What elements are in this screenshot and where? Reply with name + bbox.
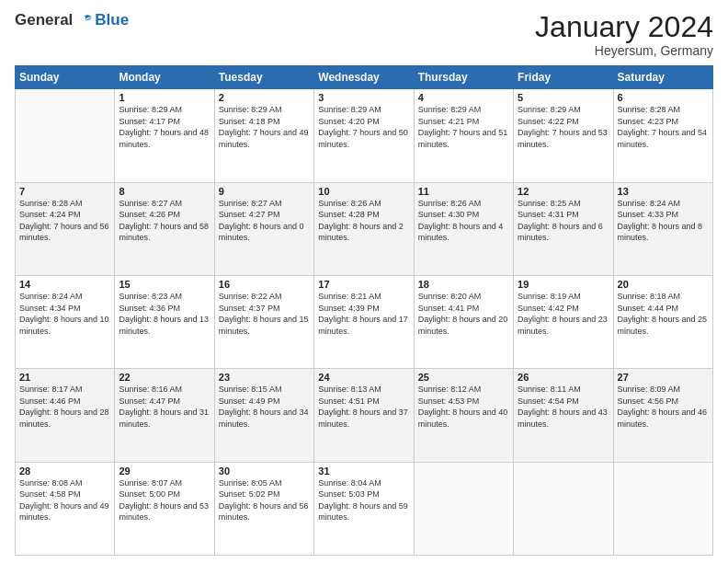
header: General Blue January 2024 Heyersum, Germ… (15, 11, 713, 58)
table-row: 2Sunrise: 8:29 AMSunset: 4:18 PMDaylight… (214, 89, 313, 182)
calendar-week-row: 1Sunrise: 8:29 AMSunset: 4:17 PMDaylight… (16, 89, 713, 182)
table-row: 6Sunrise: 8:28 AMSunset: 4:23 PMDaylight… (613, 89, 712, 182)
table-row: 7Sunrise: 8:28 AMSunset: 4:24 PMDaylight… (16, 182, 115, 275)
day-number: 31 (318, 465, 409, 477)
table-row: 8Sunrise: 8:27 AMSunset: 4:26 PMDaylight… (115, 182, 214, 275)
table-row (414, 462, 513, 555)
logo: General Blue (15, 11, 129, 29)
day-info: Sunrise: 8:27 AMSunset: 4:26 PMDaylight:… (119, 199, 209, 243)
day-info: Sunrise: 8:18 AMSunset: 4:44 PMDaylight:… (618, 292, 708, 336)
day-number: 27 (618, 372, 709, 383)
day-info: Sunrise: 8:27 AMSunset: 4:27 PMDaylight:… (219, 199, 304, 243)
day-info: Sunrise: 8:28 AMSunset: 4:24 PMDaylight:… (19, 199, 109, 243)
table-row (514, 462, 613, 555)
day-number: 13 (618, 186, 709, 197)
table-row: 15Sunrise: 8:23 AMSunset: 4:36 PMDayligh… (115, 275, 214, 368)
table-row: 21Sunrise: 8:17 AMSunset: 4:46 PMDayligh… (16, 369, 115, 462)
day-number: 22 (119, 372, 210, 383)
table-row: 30Sunrise: 8:05 AMSunset: 5:02 PMDayligh… (214, 462, 313, 555)
table-row: 4Sunrise: 8:29 AMSunset: 4:21 PMDaylight… (414, 89, 513, 182)
col-thursday: Thursday (414, 66, 513, 89)
day-number: 12 (518, 186, 609, 197)
calendar-week-row: 7Sunrise: 8:28 AMSunset: 4:24 PMDaylight… (16, 182, 713, 275)
day-info: Sunrise: 8:29 AMSunset: 4:21 PMDaylight:… (418, 105, 508, 149)
col-sunday: Sunday (16, 66, 115, 89)
table-row: 24Sunrise: 8:13 AMSunset: 4:51 PMDayligh… (314, 369, 414, 462)
day-number: 14 (19, 279, 110, 290)
day-info: Sunrise: 8:12 AMSunset: 4:53 PMDaylight:… (418, 385, 508, 429)
day-info: Sunrise: 8:24 AMSunset: 4:34 PMDaylight:… (19, 292, 109, 336)
day-info: Sunrise: 8:25 AMSunset: 4:31 PMDaylight:… (518, 199, 603, 243)
table-row: 25Sunrise: 8:12 AMSunset: 4:53 PMDayligh… (414, 369, 513, 462)
day-info: Sunrise: 8:26 AMSunset: 4:28 PMDaylight:… (318, 199, 404, 243)
day-number: 17 (318, 279, 409, 290)
day-number: 18 (418, 279, 509, 290)
table-row: 19Sunrise: 8:19 AMSunset: 4:42 PMDayligh… (514, 275, 613, 368)
day-number: 20 (618, 279, 709, 290)
day-number: 25 (418, 372, 509, 383)
day-info: Sunrise: 8:11 AMSunset: 4:54 PMDaylight:… (518, 385, 608, 429)
day-number: 19 (518, 279, 609, 290)
day-info: Sunrise: 8:13 AMSunset: 4:51 PMDaylight:… (318, 385, 408, 429)
logo-bird-icon (76, 12, 93, 29)
day-number: 8 (119, 186, 210, 197)
day-number: 9 (219, 186, 310, 197)
day-info: Sunrise: 8:23 AMSunset: 4:36 PMDaylight:… (119, 292, 209, 336)
day-info: Sunrise: 8:09 AMSunset: 4:56 PMDaylight:… (618, 385, 708, 429)
col-saturday: Saturday (613, 66, 712, 89)
day-info: Sunrise: 8:05 AMSunset: 5:02 PMDaylight:… (219, 478, 309, 523)
day-number: 30 (219, 465, 310, 477)
col-monday: Monday (115, 66, 214, 89)
table-row: 14Sunrise: 8:24 AMSunset: 4:34 PMDayligh… (16, 275, 115, 368)
day-number: 7 (19, 186, 110, 197)
title-block: January 2024 Heyersum, Germany (535, 11, 713, 58)
day-info: Sunrise: 8:04 AMSunset: 5:03 PMDaylight:… (318, 478, 408, 523)
table-row: 1Sunrise: 8:29 AMSunset: 4:17 PMDaylight… (115, 89, 214, 182)
day-info: Sunrise: 8:29 AMSunset: 4:20 PMDaylight:… (318, 105, 408, 149)
table-row: 12Sunrise: 8:25 AMSunset: 4:31 PMDayligh… (514, 182, 613, 275)
table-row (16, 89, 115, 182)
day-number: 28 (19, 465, 110, 477)
table-row: 29Sunrise: 8:07 AMSunset: 5:00 PMDayligh… (115, 462, 214, 555)
day-info: Sunrise: 8:17 AMSunset: 4:46 PMDaylight:… (19, 385, 109, 429)
day-info: Sunrise: 8:08 AMSunset: 4:58 PMDaylight:… (19, 478, 109, 523)
day-number: 2 (219, 92, 310, 103)
calendar-table: Sunday Monday Tuesday Wednesday Thursday… (15, 65, 713, 556)
page: General Blue January 2024 Heyersum, Germ… (0, 0, 728, 563)
table-row: 27Sunrise: 8:09 AMSunset: 4:56 PMDayligh… (613, 369, 712, 462)
day-number: 6 (618, 92, 709, 103)
table-row: 18Sunrise: 8:20 AMSunset: 4:41 PMDayligh… (414, 275, 513, 368)
day-number: 3 (318, 92, 409, 103)
table-row: 17Sunrise: 8:21 AMSunset: 4:39 PMDayligh… (314, 275, 414, 368)
col-wednesday: Wednesday (314, 66, 414, 89)
day-info: Sunrise: 8:15 AMSunset: 4:49 PMDaylight:… (219, 385, 309, 429)
table-row: 26Sunrise: 8:11 AMSunset: 4:54 PMDayligh… (514, 369, 613, 462)
table-row: 11Sunrise: 8:26 AMSunset: 4:30 PMDayligh… (414, 182, 513, 275)
month-title: January 2024 (535, 11, 713, 43)
day-info: Sunrise: 8:29 AMSunset: 4:22 PMDaylight:… (518, 105, 608, 149)
calendar-week-row: 14Sunrise: 8:24 AMSunset: 4:34 PMDayligh… (16, 275, 713, 368)
table-row: 20Sunrise: 8:18 AMSunset: 4:44 PMDayligh… (613, 275, 712, 368)
calendar-week-row: 21Sunrise: 8:17 AMSunset: 4:46 PMDayligh… (16, 369, 713, 462)
table-row: 9Sunrise: 8:27 AMSunset: 4:27 PMDaylight… (214, 182, 313, 275)
table-row: 5Sunrise: 8:29 AMSunset: 4:22 PMDaylight… (514, 89, 613, 182)
day-info: Sunrise: 8:20 AMSunset: 4:41 PMDaylight:… (418, 292, 508, 336)
day-number: 29 (119, 465, 210, 477)
day-info: Sunrise: 8:22 AMSunset: 4:37 PMDaylight:… (219, 292, 309, 336)
day-number: 21 (19, 372, 110, 383)
day-info: Sunrise: 8:16 AMSunset: 4:47 PMDaylight:… (119, 385, 209, 429)
col-friday: Friday (514, 66, 613, 89)
calendar-header-row: Sunday Monday Tuesday Wednesday Thursday… (16, 66, 713, 89)
calendar-week-row: 28Sunrise: 8:08 AMSunset: 4:58 PMDayligh… (16, 462, 713, 555)
table-row: 22Sunrise: 8:16 AMSunset: 4:47 PMDayligh… (115, 369, 214, 462)
day-info: Sunrise: 8:29 AMSunset: 4:18 PMDaylight:… (219, 105, 309, 149)
location: Heyersum, Germany (535, 43, 713, 58)
table-row (613, 462, 712, 555)
day-info: Sunrise: 8:28 AMSunset: 4:23 PMDaylight:… (618, 105, 708, 149)
table-row: 31Sunrise: 8:04 AMSunset: 5:03 PMDayligh… (314, 462, 414, 555)
day-number: 24 (318, 372, 409, 383)
day-number: 26 (518, 372, 609, 383)
table-row: 3Sunrise: 8:29 AMSunset: 4:20 PMDaylight… (314, 89, 414, 182)
day-number: 5 (518, 92, 609, 103)
day-number: 15 (119, 279, 210, 290)
